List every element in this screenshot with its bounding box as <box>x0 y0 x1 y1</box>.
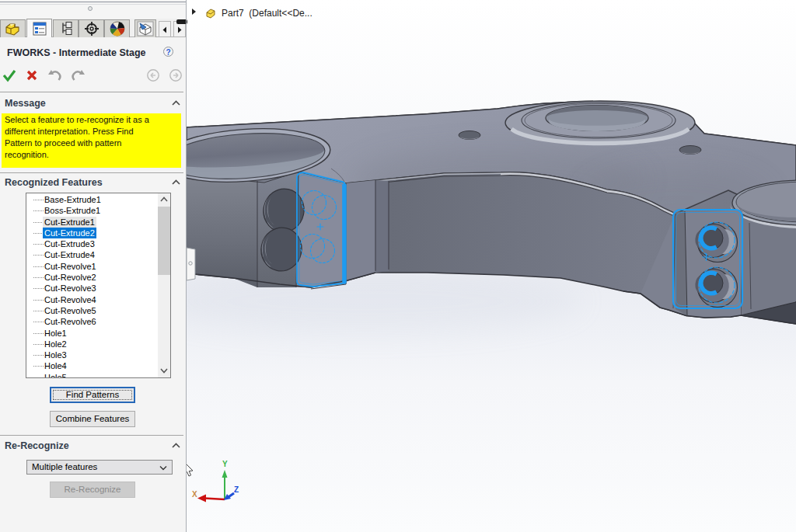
svg-text:Y: Y <box>222 460 228 468</box>
svg-text:X: X <box>192 490 197 499</box>
svg-text:Z: Z <box>234 485 239 494</box>
